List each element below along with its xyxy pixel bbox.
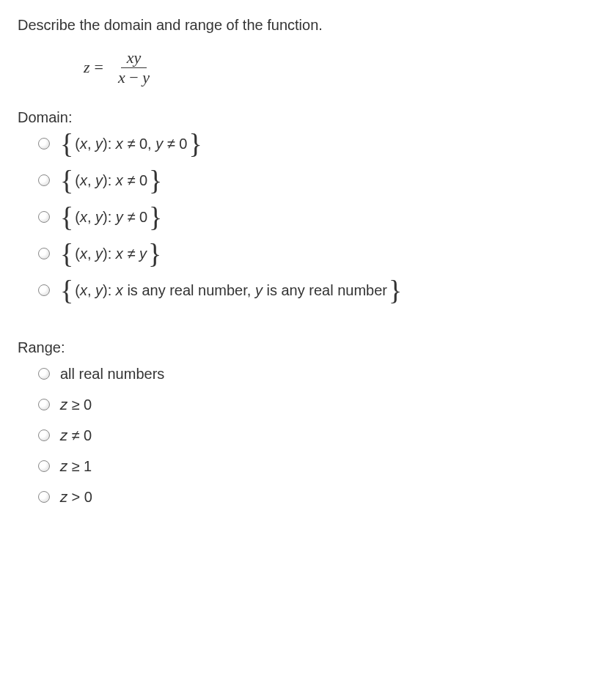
domain-option-1[interactable]: {(x, y): x ≠ 0} [38, 170, 598, 191]
range-option-expression: z ≥ 0 [60, 394, 92, 415]
range-option-expression: all real numbers [60, 364, 164, 384]
radio-button[interactable] [38, 284, 50, 296]
range-options-group: all real numbersz ≥ 0z ≠ 0z ≥ 1z > 0 [38, 364, 598, 507]
range-option-expression: z > 0 [60, 487, 92, 507]
domain-label: Domain: [18, 107, 598, 128]
range-option-2[interactable]: z ≠ 0 [38, 425, 598, 446]
denominator: x − y [112, 68, 155, 87]
set-body: (x, y): y ≠ 0 [75, 207, 147, 227]
range-option-expression: z ≥ 1 [60, 456, 92, 476]
radio-button[interactable] [38, 429, 50, 441]
domain-option-3[interactable]: {(x, y): x ≠ y} [38, 243, 598, 264]
numerator: xy [121, 48, 147, 68]
function-equation: z = xy x − y [84, 48, 598, 88]
range-option-0[interactable]: all real numbers [38, 364, 598, 384]
range-option-4[interactable]: z > 0 [38, 487, 598, 507]
radio-button[interactable] [38, 399, 50, 410]
domain-option-expression: {(x, y): x ≠ 0} [60, 170, 162, 191]
radio-button[interactable] [38, 138, 50, 150]
domain-option-2[interactable]: {(x, y): y ≠ 0} [38, 207, 598, 227]
domain-option-expression: {(x, y): x is any real number, y is any … [60, 280, 402, 300]
radio-button[interactable] [38, 491, 50, 503]
range-option-expression: z ≠ 0 [60, 425, 92, 446]
range-option-1[interactable]: z ≥ 0 [38, 394, 598, 415]
range-option-3[interactable]: z ≥ 1 [38, 456, 598, 476]
domain-option-expression: {(x, y): x ≠ y} [60, 243, 161, 264]
fraction: xy x − y [112, 48, 155, 88]
domain-option-expression: {(x, y): x ≠ 0, y ≠ 0} [60, 133, 202, 154]
equals-sign: = [95, 56, 103, 79]
set-body: (x, y): x ≠ 0, y ≠ 0 [75, 133, 187, 154]
equation-lhs: z [84, 56, 90, 79]
domain-option-4[interactable]: {(x, y): x is any real number, y is any … [38, 280, 598, 300]
set-body: (x, y): x is any real number, y is any r… [75, 280, 387, 300]
domain-option-expression: {(x, y): y ≠ 0} [60, 207, 162, 227]
set-body: (x, y): x ≠ 0 [75, 170, 147, 191]
radio-button[interactable] [38, 174, 50, 186]
radio-button[interactable] [38, 248, 50, 259]
set-body: (x, y): x ≠ y [75, 243, 147, 264]
radio-button[interactable] [38, 211, 50, 223]
domain-options-group: {(x, y): x ≠ 0, y ≠ 0}{(x, y): x ≠ 0}{(x… [38, 133, 598, 300]
range-label: Range: [18, 337, 598, 358]
domain-option-0[interactable]: {(x, y): x ≠ 0, y ≠ 0} [38, 133, 598, 154]
question-text: Describe the domain and range of the fun… [18, 15, 598, 35]
radio-button[interactable] [38, 368, 50, 380]
radio-button[interactable] [38, 460, 50, 472]
